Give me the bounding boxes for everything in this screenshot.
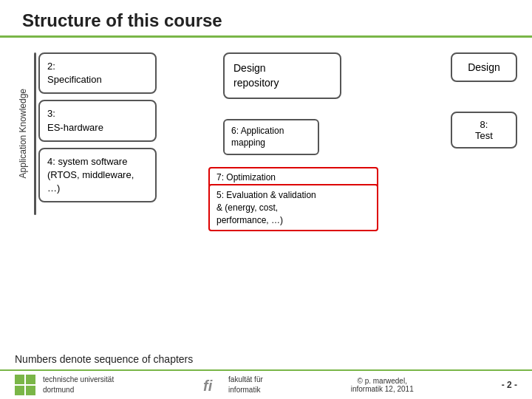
bottom-section: Numbers denote sequence of chapters: [0, 347, 532, 369]
page: Structure of this course Application Kno…: [0, 0, 532, 399]
bracket-line: [34, 52, 36, 215]
svg-rect-7: [15, 375, 24, 384]
footer-left: technische universität dortmund: [15, 375, 114, 395]
svg-rect-8: [26, 375, 35, 384]
left-column: 2: Specification 3: ES-hardware 4: syste…: [38, 52, 157, 202]
page-title: Structure of this course: [22, 10, 510, 31]
fi-logo: fi: [202, 375, 222, 395]
system-software-box: 4: system software (RTOS, middleware, …): [38, 148, 157, 203]
page-number: - 2 -: [502, 380, 517, 390]
svg-text:fi: fi: [203, 378, 213, 394]
design-repository-box: Design repository: [223, 52, 341, 99]
header: Structure of this course: [0, 0, 532, 35]
tu-logo: [15, 375, 35, 395]
app-mapping-box: 6: Application mapping: [223, 119, 319, 155]
evaluation-box: 5: Evaluation & validation & (energy, co…: [208, 184, 378, 231]
footer-fi: fi fakultät für informatik: [202, 375, 263, 395]
numbers-note: Numbers denote sequence of chapters: [15, 353, 517, 365]
diagram-area: Application Knowledge 2: Specification 3…: [15, 45, 517, 347]
left-label-container: Application Knowledge: [15, 52, 31, 215]
svg-rect-9: [15, 386, 24, 395]
app-knowledge-bracket: Application Knowledge: [15, 52, 38, 215]
design-box: Design: [451, 52, 517, 82]
university-text: technische universität dortmund: [43, 375, 114, 395]
footer: technische universität dortmund fi fakul…: [0, 369, 532, 399]
faculty-text: fakultät für informatik: [228, 375, 263, 395]
specification-box: 2: Specification: [38, 52, 157, 94]
es-hardware-box: 3: ES-hardware: [38, 100, 157, 141]
app-knowledge-label: Application Knowledge: [18, 89, 28, 178]
svg-rect-10: [26, 386, 35, 395]
test-box: 8: Test: [451, 112, 517, 149]
copyright-text: © p. marwedel, informatik 12, 2011: [351, 377, 414, 393]
main-content: Application Knowledge 2: Specification 3…: [0, 38, 532, 347]
